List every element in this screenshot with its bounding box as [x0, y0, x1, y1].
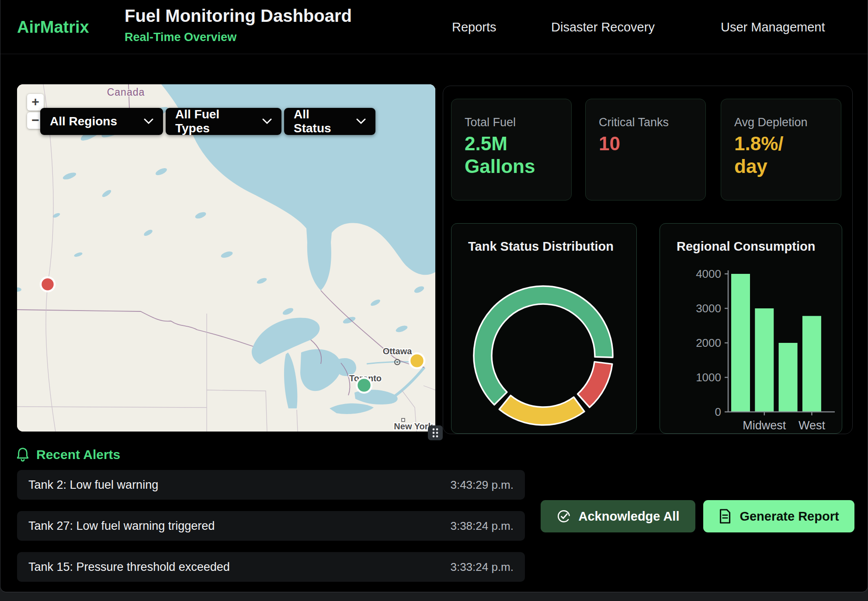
- stat-card-avg-depletion: Avg Depletion 1.8%/ day: [721, 99, 841, 200]
- alert-message: Tank 27: Low fuel warning triggered: [28, 519, 215, 533]
- alert-message: Tank 2: Low fuel warning: [28, 478, 158, 492]
- status-filter-dropdown[interactable]: All Status: [284, 108, 375, 135]
- regional-consumption-bar-chart: 01000200030004000MidwestWest: [660, 224, 842, 434]
- svg-text:West: West: [799, 419, 826, 432]
- alert-row[interactable]: Tank 2: Low fuel warning 3:43:29 p.m.: [17, 470, 525, 500]
- stat-label: Avg Depletion: [734, 116, 808, 129]
- bell-icon: [16, 447, 29, 462]
- stat-card-critical-tanks: Critical Tanks 10: [585, 99, 706, 200]
- acknowledge-all-label: Acknowledge All: [579, 509, 680, 524]
- report-document-icon: [719, 509, 732, 524]
- overview-panel: Total Fuel 2.5M Gallons Critical Tanks 1…: [443, 86, 853, 434]
- alert-timestamp: 3:33:24 p.m.: [450, 560, 514, 574]
- map-label-new-york: New York: [394, 421, 433, 431]
- alert-message: Tank 15: Pressure threshold exceeded: [28, 560, 230, 574]
- acknowledge-all-button[interactable]: Acknowledge All: [541, 500, 695, 532]
- region-filter-value: All Regions: [50, 114, 117, 128]
- svg-text:3000: 3000: [696, 302, 721, 315]
- stat-label: Critical Tanks: [599, 116, 669, 129]
- nav-disaster-recovery[interactable]: Disaster Recovery: [551, 20, 655, 35]
- stat-value: 10: [599, 132, 620, 155]
- stat-value: 1.8%/ day: [734, 132, 784, 178]
- drag-dots-icon: [431, 427, 440, 439]
- regional-consumption-chart-card: Regional Consumption 01000200030004000Mi…: [660, 223, 842, 434]
- alert-row[interactable]: Tank 15: Pressure threshold exceeded 3:3…: [17, 552, 525, 582]
- region-filter-dropdown[interactable]: All Regions: [40, 108, 163, 135]
- fuel-type-filter-value: All Fuel Types: [175, 107, 251, 135]
- warning-tank-marker[interactable]: [410, 353, 424, 368]
- map-resize-handle[interactable]: [428, 425, 443, 440]
- new-york-town-icon: [402, 418, 405, 421]
- stat-label: Total Fuel: [465, 116, 516, 129]
- chevron-down-icon: [251, 118, 272, 124]
- svg-text:2000: 2000: [696, 336, 721, 349]
- check-circle-icon: [557, 509, 571, 523]
- map-label-canada: Canada: [107, 86, 145, 98]
- stat-value: 2.5M Gallons: [465, 132, 535, 178]
- map-terrain: Canada Ottawa Toronto New York: [17, 84, 435, 432]
- tank-status-donut-chart: [451, 224, 637, 434]
- nav-user-management[interactable]: User Management: [721, 20, 825, 35]
- recent-alerts-heading: Recent Alerts: [16, 447, 120, 462]
- tank-status-chart-card: Tank Status Distribution: [451, 223, 637, 434]
- app-logo: AirMatrix: [17, 18, 89, 37]
- svg-text:4000: 4000: [696, 267, 721, 280]
- critical-tank-marker[interactable]: [41, 277, 55, 291]
- fuel-monitoring-dashboard: AirMatrix Fuel Monitoring Dashboard Real…: [0, 0, 868, 592]
- page-title: Fuel Monitoring Dashboard: [125, 6, 352, 26]
- recent-alerts-title: Recent Alerts: [36, 447, 120, 462]
- nav-reports[interactable]: Reports: [452, 20, 496, 35]
- map-zoom-in-button[interactable]: +: [27, 94, 44, 111]
- alert-row[interactable]: Tank 27: Low fuel warning triggered 3:38…: [17, 511, 525, 541]
- alert-timestamp: 3:43:29 p.m.: [450, 478, 514, 492]
- generate-report-button[interactable]: Generate Report: [703, 500, 854, 532]
- map-label-ottawa: Ottawa: [383, 346, 413, 356]
- map-canvas[interactable]: Canada Ottawa Toronto New York + − All R…: [17, 84, 435, 432]
- svg-text:0: 0: [715, 405, 721, 418]
- page-subtitle: Real-Time Overview: [125, 31, 236, 44]
- stat-card-total-fuel: Total Fuel 2.5M Gallons: [451, 99, 572, 200]
- fuel-type-filter-dropdown[interactable]: All Fuel Types: [166, 108, 281, 135]
- svg-text:1000: 1000: [696, 371, 721, 384]
- chevron-down-icon: [132, 118, 153, 124]
- generate-report-label: Generate Report: [740, 509, 839, 524]
- chevron-down-icon: [345, 118, 366, 124]
- header: AirMatrix Fuel Monitoring Dashboard Real…: [0, 0, 868, 54]
- svg-text:Midwest: Midwest: [743, 419, 786, 432]
- alert-timestamp: 3:38:24 p.m.: [450, 519, 514, 533]
- normal-tank-marker[interactable]: [357, 378, 372, 393]
- status-filter-value: All Status: [294, 107, 345, 135]
